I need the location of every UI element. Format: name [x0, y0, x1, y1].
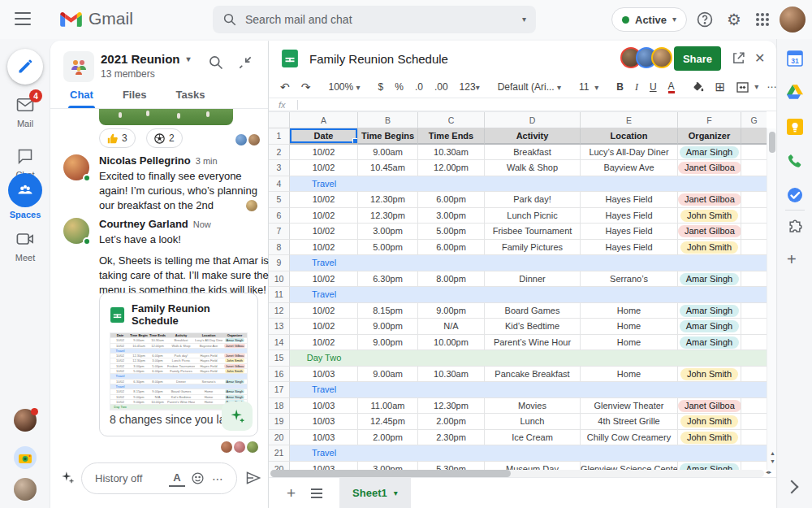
cell[interactable] — [741, 398, 767, 415]
cell[interactable] — [741, 335, 767, 351]
cell[interactable]: 12.30pm — [358, 192, 418, 208]
cell[interactable] — [741, 367, 767, 383]
cell[interactable]: Time Begins — [358, 128, 418, 145]
drive-icon[interactable] — [787, 85, 803, 101]
cell[interactable]: 2.30pm — [418, 430, 485, 446]
open-in-new-icon[interactable] — [732, 51, 745, 65]
cell[interactable]: Chilly Cow Creamery — [581, 430, 678, 446]
cell[interactable]: Family Pictures — [485, 240, 581, 256]
column-header-b[interactable]: B — [358, 112, 418, 128]
cell[interactable]: Location — [581, 128, 678, 145]
sidebar-item-meet[interactable]: Meet — [0, 228, 50, 263]
row-number[interactable]: 17 — [269, 382, 290, 398]
cell[interactable]: 5.00pm — [418, 224, 485, 240]
cell[interactable]: 3.00pm — [358, 462, 418, 471]
collapse-panel-icon[interactable] — [237, 54, 255, 72]
row-number[interactable]: 18 — [269, 398, 290, 415]
borders-icon[interactable]: ⊞ — [715, 80, 726, 94]
cell[interactable]: Amar Singh — [678, 271, 741, 288]
horizontal-scrollbar[interactable] — [270, 470, 764, 477]
section-band-cell[interactable]: Travel — [290, 382, 767, 398]
cell[interactable]: 10/02 — [290, 192, 358, 208]
tasks-icon[interactable] — [787, 187, 803, 203]
fill-color-icon[interactable] — [693, 81, 704, 93]
cell[interactable] — [741, 240, 767, 256]
cell[interactable]: Kid’s Bedtime — [485, 319, 581, 335]
cell[interactable]: Board Games — [485, 303, 581, 319]
cell[interactable]: 10/03 — [290, 414, 358, 430]
apps-grid-icon[interactable] — [756, 13, 769, 26]
cell[interactable]: 10/03 — [290, 398, 358, 415]
main-menu-icon[interactable] — [15, 12, 31, 25]
cell[interactable]: N/A — [418, 319, 485, 335]
row-number[interactable]: 14 — [269, 335, 290, 351]
cell[interactable]: 10/03 — [290, 367, 358, 383]
cell[interactable]: 12.45pm — [358, 414, 418, 430]
cell[interactable]: 9.00am — [358, 367, 418, 383]
column-header-f[interactable]: F — [678, 112, 741, 128]
message-author[interactable]: Nicolas Pellegrino — [99, 154, 191, 167]
vertical-scrollbar[interactable]: ▲ ▼ — [767, 128, 776, 470]
recent-chat-avatar[interactable] — [14, 478, 37, 501]
row-number[interactable]: 20 — [269, 462, 290, 471]
column-header-c[interactable]: C — [418, 112, 485, 128]
cell[interactable]: 9.00pm — [358, 335, 418, 351]
tab-tasks[interactable]: Tasks — [176, 87, 205, 108]
get-addons-plus-icon[interactable]: + — [787, 250, 797, 269]
section-band-cell[interactable]: Travel — [290, 287, 767, 303]
message-input-pill[interactable]: A ⋯ — [81, 462, 237, 494]
cell[interactable] — [741, 271, 767, 288]
cell[interactable]: Glenview Science Center — [581, 462, 678, 471]
sheets-file-card[interactable]: Family Reunion Schedule DateTime BeginsT… — [99, 293, 258, 436]
message-author[interactable]: Courtney Garland — [99, 218, 188, 230]
cell[interactable]: Activity — [485, 128, 581, 145]
add-sheet-icon[interactable]: + — [287, 484, 296, 502]
merge-cells-icon[interactable] — [736, 82, 749, 93]
section-band-cell[interactable]: Day Two — [290, 350, 767, 367]
cell[interactable]: 10.30am — [418, 145, 485, 161]
recent-chat-avatar[interactable] — [14, 446, 37, 469]
row-number[interactable]: 7 — [269, 224, 290, 240]
cell[interactable]: 10.30am — [418, 367, 485, 383]
scroll-up-icon[interactable]: ▲ — [770, 450, 775, 456]
cell[interactable]: 3.00pm — [418, 208, 485, 224]
cell[interactable]: Lunch — [485, 414, 581, 430]
cell[interactable]: Time Ends — [418, 128, 485, 145]
cell[interactable]: 10/03 — [290, 462, 358, 471]
cell[interactable]: Hayes Field — [581, 240, 678, 256]
space-search-icon[interactable] — [208, 54, 226, 72]
cell[interactable]: John Smith — [678, 208, 741, 224]
account-avatar[interactable] — [780, 7, 806, 33]
cell[interactable]: 6.30pm — [358, 271, 418, 288]
cell[interactable]: Hayes Field — [581, 224, 678, 240]
cell[interactable]: 12.30pm — [358, 208, 418, 224]
cell[interactable]: 10/02 — [290, 335, 358, 351]
sidebar-item-spaces[interactable]: Spaces — [0, 173, 50, 219]
cell[interactable]: Hayes Field — [581, 208, 678, 224]
message-avatar[interactable] — [63, 218, 89, 244]
cell[interactable]: Amar Singh — [678, 335, 741, 351]
tab-files[interactable]: Files — [123, 87, 147, 108]
search-options-caret-icon[interactable]: ▾ — [522, 15, 526, 24]
smart-compose-sparkle-icon[interactable] — [60, 470, 75, 484]
search-input[interactable] — [245, 13, 522, 26]
cell[interactable]: Lucy’s All-Day Diner — [581, 145, 678, 161]
recent-chat-avatar[interactable] — [14, 409, 37, 432]
row-number[interactable]: 2 — [269, 145, 290, 161]
cell[interactable]: 11.00am — [358, 398, 418, 415]
cell[interactable]: 4th Street Grille — [581, 414, 678, 430]
sheet-tab-sheet1[interactable]: Sheet1 ▾ — [339, 478, 411, 508]
cell[interactable]: 10/02 — [290, 240, 358, 256]
redo-icon[interactable]: ↷ — [301, 80, 311, 93]
row-number[interactable]: 20 — [269, 430, 290, 446]
cell[interactable]: Dinner — [485, 271, 581, 288]
undo-icon[interactable]: ↶ — [280, 80, 290, 93]
cell[interactable]: Bayview Ave — [581, 160, 678, 176]
cell[interactable]: 8.00pm — [418, 271, 485, 288]
cell[interactable] — [741, 319, 767, 335]
addons-puzzle-icon[interactable] — [787, 219, 803, 236]
cell[interactable] — [741, 128, 767, 145]
all-sheets-icon[interactable] — [310, 488, 323, 499]
status-selector[interactable]: Active ▾ — [611, 7, 687, 32]
cell[interactable]: 6.00pm — [418, 240, 485, 256]
